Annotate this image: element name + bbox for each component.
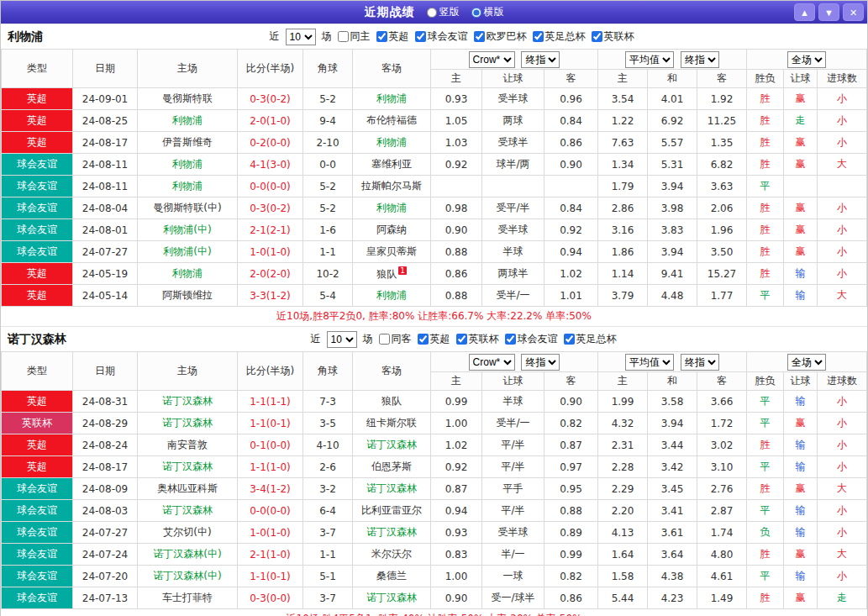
- league-checkbox[interactable]: [474, 31, 485, 42]
- col-header-score: 比分(半场): [238, 352, 303, 391]
- league-filter-英超[interactable]: 英超: [376, 29, 409, 44]
- away-team-label: 诺丁汉森林: [366, 526, 417, 538]
- same-venue-filter[interactable]: 同主: [338, 29, 371, 44]
- avg-home-odds: 2.29: [598, 478, 648, 500]
- horizontal-radio[interactable]: [471, 8, 481, 18]
- league-checkbox[interactable]: [533, 31, 544, 42]
- away-team: 利物浦: [353, 132, 431, 154]
- handicap-line: 受一/球半: [482, 587, 544, 609]
- league-checkbox[interactable]: [415, 31, 426, 42]
- league-filter-英联杯[interactable]: 英联杯: [456, 332, 499, 346]
- col-header-corner: 角球: [303, 352, 353, 391]
- league-badge: 球会友谊: [2, 544, 73, 566]
- result-goals: 小: [818, 522, 867, 544]
- table-header-row-1: 类型 日期 主场 比分(半场) 角球 客场 Crow* 终指 平均值 终指: [2, 50, 867, 70]
- league-checkbox[interactable]: [456, 334, 467, 345]
- handicap-home-odds: 0.87: [431, 478, 482, 500]
- handicap-home-odds: 1.05: [431, 110, 482, 132]
- col-header-date: 日期: [73, 50, 138, 88]
- handicap-line: 受球半: [482, 132, 544, 154]
- same-venue-checkbox[interactable]: [379, 334, 390, 345]
- league-filter-英超[interactable]: 英超: [418, 332, 450, 346]
- handicap-home-odds: 0.88: [431, 241, 482, 263]
- match-date: 24-08-24: [73, 434, 138, 456]
- result-wdl: 胜: [747, 587, 784, 609]
- league-filter-英联杯[interactable]: 英联杯: [592, 29, 634, 44]
- col-header-result-handicap: 让球: [784, 70, 818, 88]
- vertical-radio-label: 竖版: [439, 5, 460, 19]
- handicap-away-odds: 0.82: [544, 566, 598, 587]
- away-team: 狼队: [353, 391, 431, 413]
- result-wdl: 平: [747, 176, 784, 197]
- europe-time-select[interactable]: 终指: [681, 51, 719, 68]
- odds-time-select[interactable]: 终指: [521, 51, 560, 68]
- league-filter-欧罗巴杯[interactable]: 欧罗巴杯: [474, 29, 527, 44]
- league-checkbox[interactable]: [418, 334, 429, 345]
- corner-score: 5-4: [303, 285, 353, 307]
- league-filter-英足总杯[interactable]: 英足总杯: [564, 332, 617, 346]
- layout-horizontal-option[interactable]: 横版: [471, 5, 504, 19]
- vertical-radio[interactable]: [427, 8, 437, 18]
- col-header-avg-home: 主: [598, 70, 648, 88]
- league-badge: 球会友谊: [2, 566, 73, 587]
- result-wdl: 胜: [747, 434, 784, 456]
- result-wdl: 胜: [747, 110, 784, 132]
- scope-select[interactable]: 全场: [787, 354, 826, 371]
- league-filter-英足总杯[interactable]: 英足总杯: [533, 29, 586, 44]
- avg-draw-odds: 5.31: [648, 154, 697, 176]
- avg-away-odds: 1.74: [697, 522, 747, 544]
- europe-source-select[interactable]: 平均值: [625, 354, 674, 371]
- layout-vertical-option[interactable]: 竖版: [427, 5, 460, 19]
- away-team: 诺丁汉森林: [353, 587, 431, 609]
- away-team: 诺丁汉森林: [353, 434, 431, 456]
- close-icon[interactable]: ✕: [843, 3, 864, 21]
- corner-score: 1-1: [303, 241, 353, 263]
- result-wdl: 胜: [747, 219, 784, 241]
- league-filter-球会友谊[interactable]: 球会友谊: [415, 29, 468, 44]
- league-checkbox[interactable]: [376, 31, 387, 42]
- europe-time-select[interactable]: 终指: [681, 354, 719, 371]
- odds-source-select[interactable]: Crow*: [469, 51, 515, 68]
- recent-results-panel: 近期战绩 竖版 横版 ▲ ▼ ✕ 利物浦 近 10 场: [0, 0, 868, 616]
- odds-time-select[interactable]: 终指: [521, 354, 560, 371]
- match-date: 24-05-19: [73, 263, 138, 285]
- match-score: 4-1(3-0): [238, 154, 303, 176]
- odds-source-select[interactable]: Crow*: [469, 354, 515, 371]
- result-wdl: 平: [747, 413, 784, 434]
- match-count-select[interactable]: 10: [327, 331, 357, 348]
- league-checkbox[interactable]: [505, 334, 516, 345]
- near-label: 近: [311, 332, 321, 346]
- same-venue-checkbox[interactable]: [338, 31, 349, 42]
- col-header-result-wdl: 胜负: [747, 372, 784, 391]
- handicap-line: 半球: [482, 391, 544, 413]
- scroll-up-icon[interactable]: ▲: [794, 3, 815, 21]
- match-row: 英联杯24-08-29诺丁汉森林1-1(0-1)3-5纽卡斯尔联1.00受半/一…: [2, 413, 867, 434]
- handicap-away-odds: 0.96: [544, 88, 598, 110]
- handicap-away-odds: 0.97: [544, 456, 598, 478]
- home-team: 艾尔切(中): [138, 522, 238, 544]
- match-date: 24-08-11: [73, 176, 138, 197]
- league-checkbox[interactable]: [564, 334, 575, 345]
- result-wdl: 平: [747, 391, 784, 413]
- match-row: 英超24-05-19利物浦2-0(2-0)10-2狼队10.86两球半1.021…: [2, 263, 867, 285]
- col-header-away: 客场: [353, 352, 431, 391]
- home-team-label: 诺丁汉森林: [162, 395, 213, 407]
- scope-select[interactable]: 全场: [787, 51, 826, 68]
- league-badge: 英超: [2, 110, 73, 132]
- result-wdl: 平: [747, 500, 784, 522]
- league-checkbox[interactable]: [592, 31, 602, 42]
- avg-draw-odds: 3.64: [648, 544, 697, 566]
- match-row: 球会友谊24-08-09奥林匹亚科斯3-4(1-2)3-2诺丁汉森林0.87平手…: [2, 478, 867, 500]
- home-team: 利物浦: [138, 110, 238, 132]
- scroll-down-icon[interactable]: ▼: [818, 3, 839, 21]
- same-venue-filter[interactable]: 同客: [379, 332, 412, 346]
- avg-draw-odds: 4.01: [648, 88, 697, 110]
- avg-draw-odds: 3.42: [648, 456, 697, 478]
- match-count-select[interactable]: 10: [286, 29, 316, 45]
- col-header-avg-away: 客: [697, 372, 747, 391]
- league-filter-球会友谊[interactable]: 球会友谊: [505, 332, 558, 346]
- avg-home-odds: 2.20: [598, 500, 648, 522]
- avg-draw-odds: 3.41: [648, 500, 697, 522]
- match-date: 24-05-14: [73, 285, 138, 307]
- europe-source-select[interactable]: 平均值: [625, 51, 674, 68]
